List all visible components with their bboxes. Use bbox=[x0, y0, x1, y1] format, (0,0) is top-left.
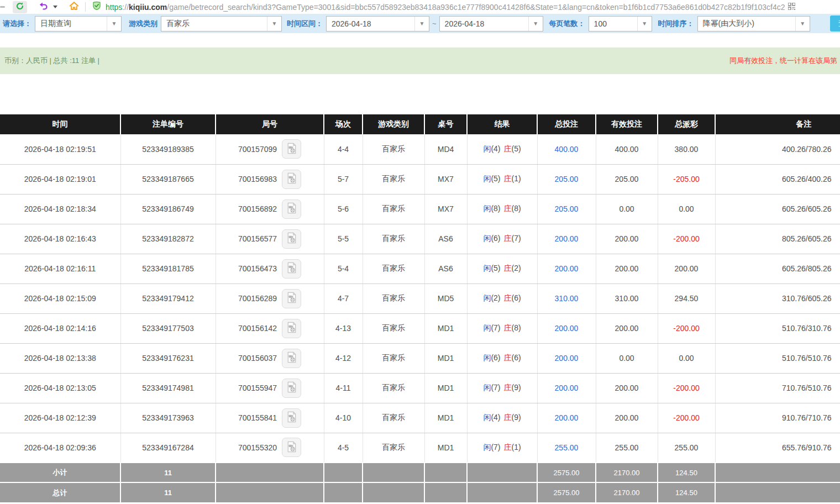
date-to-select[interactable]: 2026-04-18 ▼ bbox=[439, 16, 543, 32]
search-button[interactable]: 查询 bbox=[830, 15, 840, 32]
back-arrow-fragment-icon bbox=[0, 6, 5, 8]
video-replay-button[interactable] bbox=[282, 200, 301, 219]
video-replay-button[interactable] bbox=[282, 408, 301, 428]
col-round-id: 局号 bbox=[216, 114, 324, 134]
date-from-select[interactable]: 2026-04-18 ▼ bbox=[326, 16, 429, 32]
result-player-value: (4) bbox=[491, 144, 500, 153]
result-banker-label: 庄 bbox=[504, 234, 512, 243]
round-id-text: 700156577 bbox=[238, 234, 277, 243]
cell-table-no: AS6 bbox=[424, 224, 467, 254]
result-banker-label: 庄 bbox=[504, 144, 512, 153]
video-replay-button[interactable] bbox=[282, 229, 301, 249]
cell-game-type: 百家乐 bbox=[363, 284, 424, 313]
cell-total-bet: 310.00 bbox=[537, 284, 596, 313]
url-path: /game/betrecord_search/kind3?GameType=30… bbox=[167, 3, 785, 12]
table-header: 时间 注单编号 局号 场次 游戏类别 桌号 结果 总投注 有效投注 总派彩 备注 bbox=[0, 114, 840, 134]
undo-button[interactable] bbox=[36, 1, 51, 13]
video-file-icon bbox=[285, 351, 298, 365]
video-replay-button[interactable] bbox=[282, 349, 301, 368]
video-file-icon bbox=[285, 440, 298, 455]
sort-select[interactable]: 降幂(由大到小) ▼ bbox=[697, 16, 810, 32]
result-banker-value: (8) bbox=[512, 204, 521, 213]
cell-game-type: 百家乐 bbox=[363, 373, 424, 403]
cell-game-type: 百家乐 bbox=[363, 433, 424, 463]
cell-payout: 200.00 bbox=[658, 254, 715, 284]
page-size-select[interactable]: 100 ▼ bbox=[589, 16, 652, 32]
cell-time: 2026-04-18 02:13:38 bbox=[0, 343, 120, 373]
result-player-label: 闲 bbox=[483, 174, 491, 183]
cell-game-type: 百家乐 bbox=[363, 254, 424, 284]
video-replay-button[interactable] bbox=[282, 438, 301, 457]
url-separator: :// bbox=[122, 3, 129, 12]
round-id-text: 700156142 bbox=[238, 324, 277, 333]
result-banker-label: 庄 bbox=[504, 353, 512, 362]
col-result: 结果 bbox=[467, 114, 537, 134]
cell-payout: 0.00 bbox=[658, 343, 715, 373]
sort-label: 时间排序： bbox=[658, 19, 694, 29]
cell-total-bet: 200.00 bbox=[537, 224, 596, 254]
result-banker-label: 庄 bbox=[504, 383, 512, 392]
game-type-select[interactable]: 百家乐 ▼ bbox=[161, 16, 282, 32]
summary-notice: 同局有效投注，统一计算在该局第 bbox=[729, 56, 837, 66]
video-replay-button[interactable] bbox=[282, 259, 301, 279]
cell-remark: 805.26/605.26 bbox=[715, 224, 840, 254]
video-replay-button[interactable] bbox=[282, 379, 301, 398]
col-session: 场次 bbox=[324, 114, 363, 134]
refresh-button[interactable] bbox=[13, 1, 27, 13]
browser-toolbar: https://kiqiiu.com/game/betrecord_search… bbox=[0, 0, 840, 14]
video-replay-button[interactable] bbox=[282, 139, 301, 159]
video-file-icon bbox=[285, 321, 298, 335]
video-replay-button[interactable] bbox=[282, 289, 301, 308]
game-type-value: 百家乐 bbox=[161, 19, 267, 29]
video-file-icon bbox=[285, 202, 298, 216]
cell-valid-bet: 0.00 bbox=[596, 194, 658, 224]
qr-code-icon[interactable] bbox=[788, 2, 795, 12]
undo-dropdown-caret-icon[interactable] bbox=[53, 6, 57, 8]
table-row: 2026-04-18 02:19:01 523349187665 7001569… bbox=[0, 164, 840, 194]
cell-round-id: 700156983 bbox=[216, 164, 324, 194]
video-file-icon bbox=[285, 172, 298, 186]
cell-valid-bet: 0.00 bbox=[596, 343, 658, 373]
cell-valid-bet: 400.00 bbox=[596, 134, 658, 164]
cell-game-type: 百家乐 bbox=[363, 194, 424, 224]
table-body: 2026-04-18 02:19:51 523349189385 7001570… bbox=[0, 134, 840, 463]
result-banker-value: (7) bbox=[512, 234, 521, 243]
chevron-down-icon: ▼ bbox=[795, 17, 810, 31]
result-banker-value: (9) bbox=[512, 413, 521, 422]
cell-table-no: MD4 bbox=[424, 134, 467, 164]
subtotal-row: 小计 11 2575.00 2170.00 124.50 bbox=[0, 463, 840, 482]
home-button[interactable] bbox=[66, 1, 82, 13]
url-host: kiqiiu.com bbox=[129, 3, 167, 12]
cell-session: 4-5 bbox=[324, 433, 363, 463]
table-row: 2026-04-18 02:12:39 523349173963 7001558… bbox=[0, 403, 840, 433]
cell-payout: 255.00 bbox=[658, 433, 715, 463]
video-replay-button[interactable] bbox=[282, 319, 301, 338]
spacer bbox=[0, 74, 840, 114]
bet-record-table: 时间 注单编号 局号 场次 游戏类别 桌号 结果 总投注 有效投注 总派彩 备注… bbox=[0, 114, 840, 502]
home-icon bbox=[69, 1, 79, 13]
cell-round-id: 700156289 bbox=[216, 284, 324, 313]
filter-bar: 请选择： 日期查询 ▼ 游戏类别 百家乐 ▼ 时间区间： 2026-04-18 … bbox=[0, 14, 840, 33]
cell-session: 4-4 bbox=[324, 134, 363, 164]
cell-time: 2026-04-18 02:18:34 bbox=[0, 194, 120, 224]
cell-game-type: 百家乐 bbox=[363, 224, 424, 254]
query-type-value: 日期查询 bbox=[35, 19, 107, 29]
query-type-select[interactable]: 日期查询 ▼ bbox=[35, 16, 122, 32]
cell-round-id: 700156037 bbox=[216, 343, 324, 373]
toolbar-divider bbox=[85, 2, 86, 12]
total-label: 总计 bbox=[0, 482, 120, 502]
result-banker-label: 庄 bbox=[504, 443, 512, 452]
time-range-label: 时间区间： bbox=[287, 19, 323, 29]
video-replay-button[interactable] bbox=[282, 170, 301, 189]
cell-bet-id: 523349187665 bbox=[120, 164, 216, 194]
col-table-no: 桌号 bbox=[424, 114, 467, 134]
cell-session: 5-6 bbox=[324, 194, 363, 224]
subtotal-count: 11 bbox=[120, 463, 216, 482]
address-bar[interactable]: https://kiqiiu.com/game/betrecord_search… bbox=[92, 1, 840, 13]
cell-total-bet: 400.00 bbox=[537, 134, 596, 164]
subtotal-label: 小计 bbox=[0, 463, 120, 482]
cell-total-bet: 200.00 bbox=[537, 343, 596, 373]
cell-session: 5-7 bbox=[324, 164, 363, 194]
cell-session: 5-4 bbox=[324, 254, 363, 284]
cell-round-id: 700157099 bbox=[216, 134, 324, 164]
